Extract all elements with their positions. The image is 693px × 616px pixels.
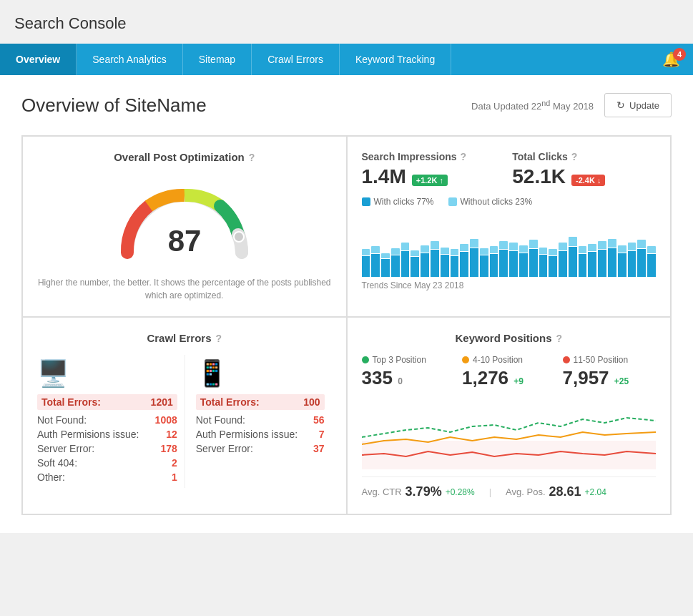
overview-header: Overview of SiteName Data Updated 22nd M… (21, 93, 672, 117)
refresh-icon: ↻ (616, 99, 625, 111)
optimization-card: Overall Post Optimization ? (22, 136, 347, 317)
bar-dark (411, 257, 419, 277)
chart-legend: With clicks 77% Without clicks 23% (362, 197, 657, 207)
impressions-value: 1.4M +1.2K ↑ (362, 165, 506, 188)
mobile-row-auth: Auth Permisions issue: 7 (196, 427, 325, 441)
nav-item-sitemap[interactable]: Sitemap (183, 44, 252, 75)
bar-group (362, 212, 370, 277)
keyword-line-chart (362, 398, 657, 469)
bar-group (371, 212, 380, 277)
optimization-help-icon[interactable]: ? (249, 152, 255, 163)
desktop-icon: 🖥️ (37, 358, 177, 388)
bar-group (499, 212, 508, 277)
keyword-positions-title: Keyword Positions ? (362, 332, 657, 344)
bar-light (608, 239, 616, 248)
bar-dark (559, 251, 567, 277)
desktop-row-server: Server Error: 178 (37, 441, 177, 456)
bar-group (421, 212, 429, 277)
bar-group (519, 212, 528, 277)
bar-group (451, 212, 459, 277)
bar-dark (539, 255, 548, 277)
bar-light (470, 239, 478, 248)
bar-dark (529, 249, 538, 277)
page-title: Search Console (14, 14, 679, 33)
bar-group (588, 212, 596, 277)
bell-badge: 4 (673, 48, 686, 61)
bar-group (480, 212, 488, 277)
crawl-errors-card: Crawl Errors ? 🖥️ Total Errors: 1201 Not… (22, 317, 347, 514)
bar-light (460, 244, 468, 251)
impressions-help-icon[interactable]: ? (461, 151, 467, 162)
bar-light (451, 249, 459, 255)
nav-item-overview[interactable]: Overview (0, 44, 77, 75)
bar-group (441, 212, 449, 277)
tablet-icon: 📱 (196, 358, 325, 388)
bar-dark (371, 254, 380, 277)
kw-top410-dot (462, 356, 469, 363)
keyword-positions-grid: Top 3 Position 335 0 4-10 Position (362, 355, 657, 389)
bar-light (401, 243, 410, 250)
bar-dark (401, 251, 410, 277)
nav-bar: Overview Search Analytics Sitemap Crawl … (0, 44, 693, 75)
bar-light (391, 248, 400, 255)
nav-item-keyword-tracking[interactable]: Keyword Tracking (340, 44, 451, 75)
bar-dark (460, 252, 468, 277)
bar-group (431, 212, 439, 277)
bar-light (637, 240, 646, 248)
bar-dark (490, 254, 498, 277)
legend-without-clicks: Without clicks 23% (448, 197, 533, 207)
desktop-row-soft404: Soft 404: 2 (37, 456, 177, 470)
bar-light (529, 240, 538, 248)
kw-top1150-value: 7,957 +25 (563, 367, 657, 389)
update-button[interactable]: ↻ Update (604, 93, 672, 117)
bar-dark (549, 256, 557, 277)
bar-group (401, 212, 410, 277)
bar-light (598, 241, 606, 249)
clicks-block: Total Clicks ? 52.1K -2.4K ↓ (512, 151, 656, 188)
bell-button[interactable]: 🔔 4 (649, 44, 693, 75)
bar-dark (637, 249, 646, 277)
overview-title: Overview of SiteName (21, 94, 207, 117)
bar-dark (451, 256, 459, 277)
bar-dark (509, 251, 518, 277)
bar-light (579, 246, 587, 253)
bar-light (569, 237, 577, 246)
bar-group (598, 212, 606, 277)
mobile-total-row: Total Errors: 100 (196, 394, 325, 410)
bar-dark (588, 252, 596, 277)
kw-top1150: 11-50 Position 7,957 +25 (563, 355, 657, 389)
desktop-total-row: Total Errors: 1201 (37, 394, 177, 410)
data-updated-text: Data Updated 22nd May 2018 (471, 99, 594, 112)
bar-light (509, 243, 518, 250)
ctr-divider: | (489, 487, 491, 497)
svg-text:87: 87 (167, 224, 201, 258)
bar-dark (579, 254, 587, 277)
nav-item-search-analytics[interactable]: Search Analytics (77, 44, 183, 75)
kw-top3: Top 3 Position 335 0 (362, 355, 456, 389)
legend-dot-light (448, 197, 457, 206)
bar-dark (362, 256, 370, 277)
bar-group (618, 212, 626, 277)
gauge-container: 87 (113, 174, 256, 269)
content-area: Overview of SiteName Data Updated 22nd M… (0, 75, 693, 533)
bar-dark (431, 250, 439, 277)
bar-dark (470, 248, 478, 277)
clicks-help-icon[interactable]: ? (571, 151, 578, 162)
bar-dark (480, 255, 488, 277)
desktop-row-auth: Auth Permisions issue: 12 (37, 427, 177, 441)
clicks-value: 52.1K -2.4K ↓ (512, 165, 656, 188)
bar-light (628, 243, 637, 250)
legend-dot-dark (362, 197, 370, 206)
cards-grid: Overall Post Optimization ? (21, 135, 672, 515)
keyword-positions-help-icon[interactable]: ? (556, 333, 562, 344)
bar-light (490, 246, 498, 253)
bar-light (588, 244, 596, 251)
bar-dark (391, 255, 400, 277)
crawl-errors-help-icon[interactable]: ? (215, 333, 222, 344)
bar-dark (499, 250, 508, 277)
bar-group (470, 212, 478, 277)
nav-item-crawl-errors[interactable]: Crawl Errors (252, 44, 340, 75)
kw-top410-value: 1,276 +9 (462, 367, 556, 389)
bar-light (421, 245, 429, 253)
bar-light (431, 241, 439, 249)
